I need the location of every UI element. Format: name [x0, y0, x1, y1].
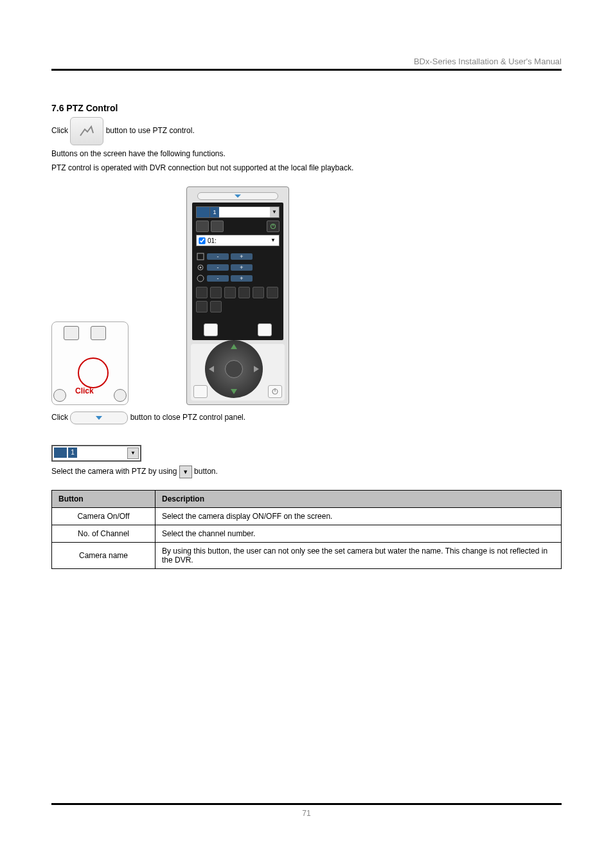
chevron-down-icon: ▼ — [127, 448, 139, 459]
table-row: No. of Channel Select the channel number… — [52, 525, 562, 543]
grid-icon-6[interactable] — [267, 287, 278, 298]
camera-number: 1 — [210, 207, 219, 217]
ptz-joystick-area — [191, 344, 285, 401]
panel-power-button[interactable] — [267, 221, 280, 232]
speaker-icon — [53, 389, 66, 402]
th-desc: Description — [155, 491, 562, 508]
camera-select-prefix: Select the camera with PTZ by using — [51, 467, 177, 476]
camera-select-text: Select the camera with PTZ by using ▼ bu… — [51, 466, 562, 478]
ptz-up-icon[interactable] — [231, 344, 237, 349]
intro-line: Click button to use PTZ control. — [51, 117, 562, 145]
focus-icon — [196, 263, 205, 272]
focus-minus[interactable]: - — [207, 264, 229, 271]
grid-icon-3[interactable] — [224, 287, 236, 298]
power-icon[interactable] — [268, 385, 282, 398]
speaker-icon[interactable] — [193, 385, 208, 398]
ptz-open-icon — [70, 117, 103, 145]
table-row: Camera name By using this button, the us… — [52, 543, 562, 569]
channel-checkbox-row[interactable]: 01: ▼ — [196, 235, 280, 246]
iris-plus[interactable]: + — [231, 275, 253, 282]
grid-icon-5[interactable] — [253, 287, 264, 298]
footer-rule — [51, 803, 562, 805]
ptz-collapsed-screenshot: Click — [51, 321, 129, 405]
close-prefix: Click — [51, 413, 68, 422]
click-highlight-circle — [78, 357, 109, 388]
ptz-function-grid — [196, 287, 280, 312]
chevron-down-icon: ▼ — [270, 207, 279, 217]
ptz-center-button[interactable] — [225, 360, 243, 378]
power-icon — [114, 389, 127, 402]
ptz-icon-left[interactable] — [204, 323, 218, 336]
grid-icon-8[interactable] — [210, 301, 222, 312]
intro-prefix: Click — [51, 126, 68, 135]
mini-icon-1 — [64, 326, 79, 340]
grid-icon-1[interactable] — [196, 287, 208, 298]
page-number: 71 — [51, 809, 562, 818]
zoom-minus[interactable]: - — [207, 253, 229, 260]
intro-suffix: button to use PTZ control. — [106, 126, 195, 135]
cell-button: No. of Channel — [52, 525, 155, 543]
collapse-handle-icon — [70, 411, 128, 424]
camera-dropdown[interactable]: 1 ▼ — [196, 206, 280, 218]
screenshot-row: Click 1 ▼ — [51, 186, 562, 405]
svg-rect-2 — [197, 253, 204, 260]
table-row: Camera On/Off Select the camera display … — [52, 508, 562, 525]
ptz-left-icon[interactable] — [209, 366, 214, 372]
zoom-row: - + — [196, 252, 280, 261]
grid-icon-2[interactable] — [210, 287, 222, 298]
ptz-control-panel: 1 ▼ 01: ▼ - — [192, 203, 283, 340]
desc-line-1: Buttons on the screen have the following… — [51, 148, 562, 159]
cell-desc: By using this button, the user can not o… — [155, 543, 562, 569]
ptz-button-table: Button Description Camera On/Off Select … — [51, 490, 562, 569]
cell-desc: Select the camera display ON/OFF on the … — [155, 508, 562, 525]
section-title: 7.6 PTZ Control — [51, 103, 562, 113]
dropdown-arrow-icon: ▼ — [179, 466, 192, 478]
focus-plus[interactable]: + — [231, 264, 253, 271]
close-suffix: button to close PTZ control panel. — [130, 413, 245, 422]
desc-line-2: PTZ control is operated with DVR connect… — [51, 162, 562, 174]
svg-point-5 — [197, 275, 204, 282]
click-label: Click — [75, 386, 94, 395]
cell-button: Camera name — [52, 543, 155, 569]
iris-row: - + — [196, 274, 280, 283]
iris-minus[interactable]: - — [207, 275, 229, 282]
ptz-down-icon[interactable] — [231, 389, 237, 394]
close-panel-line: Click button to close PTZ control panel. — [51, 411, 562, 424]
camera-icon — [54, 448, 67, 458]
cell-desc: Select the channel number. — [155, 525, 562, 543]
preset-button[interactable] — [196, 221, 209, 232]
focus-row: - + — [196, 263, 280, 272]
channel-label: 01: — [208, 237, 217, 244]
zoom-icon — [196, 252, 205, 261]
page-header: BDx-Series Installation & User's Manual — [51, 57, 562, 66]
panel-collapse-handle[interactable] — [197, 192, 278, 200]
ptz-joystick[interactable] — [205, 340, 263, 398]
cell-button: Camera On/Off — [52, 508, 155, 525]
svg-point-4 — [200, 267, 202, 269]
camera-select-block: 1 ▼ Select the camera with PTZ by using … — [51, 445, 562, 478]
zoom-plus[interactable]: + — [231, 253, 253, 260]
chevron-down-icon: ▼ — [269, 235, 278, 246]
camera-select-suffix: button. — [194, 467, 218, 476]
ptz-expanded-screenshot: 1 ▼ 01: ▼ - — [186, 186, 289, 405]
grid-icon-7[interactable] — [196, 301, 208, 312]
channel-checkbox[interactable] — [199, 237, 205, 244]
th-button: Button — [52, 491, 155, 508]
camera-number: 1 — [68, 448, 77, 458]
camera-select-dropdown[interactable]: 1 ▼ — [51, 445, 141, 462]
ptz-right-icon[interactable] — [254, 366, 259, 372]
tour-button[interactable] — [211, 221, 224, 232]
camera-icon — [197, 207, 210, 217]
header-rule — [51, 69, 562, 71]
ptz-icon-right[interactable] — [258, 323, 272, 336]
iris-icon — [196, 274, 205, 283]
mini-icon-2 — [91, 326, 106, 340]
grid-icon-4[interactable] — [238, 287, 250, 298]
